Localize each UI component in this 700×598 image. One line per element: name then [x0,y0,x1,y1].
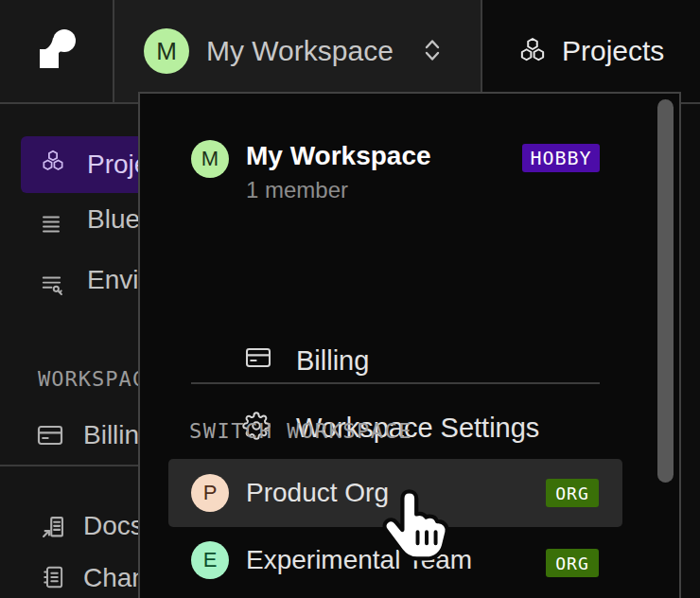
hexagon-cluster-icon [41,150,65,174]
topbar-projects-link[interactable]: Projects [482,0,700,102]
workspace-option-name: Product Org [246,478,389,508]
switch-workspace-section-label: SWITCH WORKSPACE [189,419,412,443]
menu-item-billing[interactable]: Billing [140,331,679,388]
org-badge: ORG [546,549,599,577]
member-count: 1 member [246,177,348,203]
projects-label: Projects [562,0,664,102]
workspace-option-name: Experimental Team [246,545,472,575]
workspace-switcher-trigger[interactable]: M My Workspace [114,0,481,102]
scrollbar-thumb[interactable] [657,99,674,483]
chevron-up-down-icon [421,37,444,63]
menu-item-label: Billing [296,345,369,377]
workspace-dropdown-menu: M My Workspace HOBBY 1 member Billing Wo… [138,92,681,598]
sidebar-item-projects[interactable]: Projects [21,136,153,193]
menu-divider [191,382,600,384]
top-bar: M My Workspace Projects [0,0,700,104]
workspace-name: My Workspace [246,141,431,171]
credit-card-icon [36,424,64,447]
workspace-avatar: P [191,474,229,512]
workspace-switcher-label: My Workspace [206,0,394,102]
org-badge: ORG [546,479,599,507]
sidebar: Projects Blueprints Environments WORKSPA… [0,104,151,598]
list-edit-icon [40,273,64,297]
plan-badge: HOBBY [522,144,600,172]
notebook-icon [42,564,66,590]
app-window: M My Workspace Projects [0,0,700,598]
app-logo[interactable] [0,0,114,102]
external-doc-icon [40,514,66,540]
app-logo-icon [40,27,78,69]
workspace-option-product-org[interactable]: P Product Org ORG [168,459,622,527]
workspace-avatar: M [144,28,189,74]
sidebar-item-label: Docs [83,511,144,541]
workspace-avatar: M [191,140,229,178]
workspace-option-experimental-team[interactable]: E Experimental Team ORG [168,526,622,594]
hexagon-cluster-icon [518,37,547,65]
workspace-avatar: E [191,541,229,579]
sidebar-divider [0,465,151,466]
list-lines-icon [40,213,62,236]
credit-card-icon [244,346,272,369]
